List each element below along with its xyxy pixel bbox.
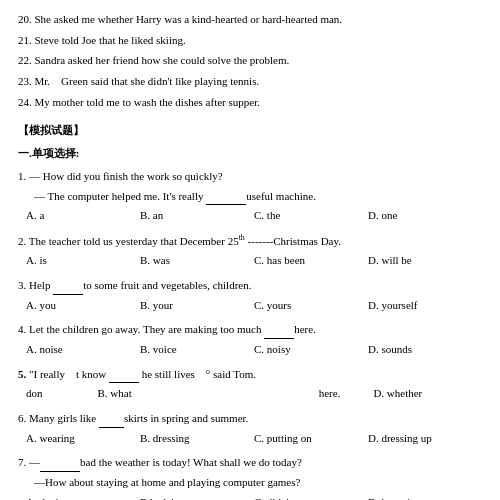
q2-options: A. is B. was C. has been D. will be xyxy=(18,251,482,270)
q1-stem: 1. — How did you finish the work so quic… xyxy=(18,167,482,186)
q-num: 3. xyxy=(18,279,26,291)
q-num: 4. xyxy=(18,323,26,335)
question-6: 6. Many girls like skirts in spring and … xyxy=(18,409,482,447)
sentence-num: 22. xyxy=(18,54,32,66)
sentence-21: 21. Steve told Joe that he liked skiing. xyxy=(18,31,482,50)
q-num: 2. xyxy=(18,235,26,247)
sentence-text: Sandra asked her friend how she could so… xyxy=(35,54,290,66)
question-5: 5. "I really t know he still lives ° sai… xyxy=(18,365,482,403)
sentence-text: My mother told me to wash the dishes aft… xyxy=(35,96,260,108)
question-7: 7. —bad the weather is today! What shall… xyxy=(18,453,482,500)
question-3: 3. Help to some fruit and vegetables, ch… xyxy=(18,276,482,314)
sentence-24: 24. My mother told me to wash the dishes… xyxy=(18,93,482,112)
q-num: 7. xyxy=(18,456,26,468)
sentence-num: 23. xyxy=(18,75,32,87)
q4-options: A. noise B. voice C. noisy D. sounds xyxy=(18,340,482,359)
q1-options: A. a B. an C. the D. one xyxy=(18,206,482,225)
q-num: 1. xyxy=(18,170,26,182)
section-header: 【模拟试题】 xyxy=(18,121,482,140)
sub-header: 一.单项选择: xyxy=(18,144,482,163)
question-1: 1. — How did you finish the work so quic… xyxy=(18,167,482,225)
q-num: 6. xyxy=(18,412,26,424)
question-2: 2. The teacher told us yesterday that De… xyxy=(18,231,482,270)
sentence-23: 23. Mr. Green said that she didn't like … xyxy=(18,72,482,91)
sentence-22: 22. Sandra asked her friend how she coul… xyxy=(18,51,482,70)
sentence-text: Steve told Joe that he liked skiing. xyxy=(35,34,186,46)
sentence-20: 20. She asked me whether Harry was a kin… xyxy=(18,10,482,29)
sentence-text: She asked me whether Harry was a kind-he… xyxy=(35,13,343,25)
sentence-text: Mr. Green said that she didn't like play… xyxy=(35,75,260,87)
sentence-list: 20. She asked me whether Harry was a kin… xyxy=(18,10,482,111)
q3-options: A. you B. your C. yours D. yourself xyxy=(18,296,482,315)
sentence-num: 24. xyxy=(18,96,32,108)
q7-options-row1: A. don't see B.hadn't seen C. didn't see… xyxy=(18,493,482,500)
sentence-num: 20. xyxy=(18,13,32,25)
sentence-num: 21. xyxy=(18,34,32,46)
question-4: 4. Let the children go away. They are ma… xyxy=(18,320,482,358)
q6-options: A. wearing B. dressing C. putting on D. … xyxy=(18,429,482,448)
